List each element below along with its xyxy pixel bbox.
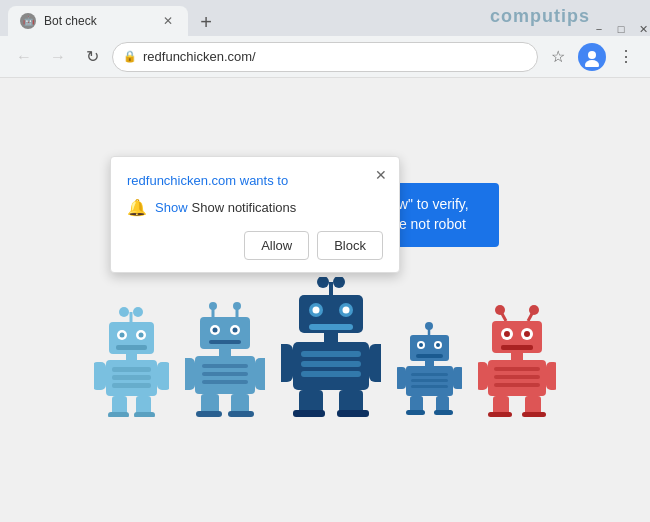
svg-rect-20 xyxy=(134,412,155,417)
svg-rect-79 xyxy=(406,410,425,415)
svg-point-86 xyxy=(529,305,539,315)
svg-rect-80 xyxy=(434,410,453,415)
menu-button[interactable]: ⋮ xyxy=(612,43,640,71)
svg-point-70 xyxy=(436,343,440,347)
svg-rect-15 xyxy=(112,375,151,380)
svg-rect-22 xyxy=(157,362,169,390)
svg-rect-27 xyxy=(200,317,250,349)
minimize-button[interactable]: − xyxy=(592,22,606,36)
svg-rect-97 xyxy=(494,383,540,387)
svg-rect-55 xyxy=(301,351,361,357)
svg-point-90 xyxy=(504,331,510,337)
robot-3 xyxy=(281,277,381,417)
window-controls: − □ ✕ xyxy=(592,22,650,36)
browser-window: 🤖 Bot check ✕ + computips − □ ✕ ← → ↻ 🔒 … xyxy=(0,0,650,522)
popup-site: redfunchicken.com xyxy=(127,173,236,188)
svg-point-26 xyxy=(233,302,241,310)
chrome-toolbar: ← → ↻ 🔒 redfunchicken.com/ ☆ ⋮ xyxy=(0,36,650,78)
forward-button[interactable]: → xyxy=(44,43,72,71)
svg-rect-37 xyxy=(202,380,248,384)
svg-rect-53 xyxy=(324,333,338,342)
svg-point-45 xyxy=(317,277,329,288)
svg-rect-72 xyxy=(425,361,434,366)
svg-rect-19 xyxy=(108,412,129,417)
svg-rect-60 xyxy=(293,410,325,417)
svg-point-69 xyxy=(419,343,423,347)
tab-favicon: 🤖 xyxy=(20,13,36,29)
active-tab[interactable]: 🤖 Bot check ✕ xyxy=(8,6,188,36)
svg-rect-63 xyxy=(369,344,381,382)
svg-rect-21 xyxy=(94,362,106,390)
svg-rect-100 xyxy=(488,412,512,417)
svg-rect-61 xyxy=(337,410,369,417)
svg-point-91 xyxy=(524,331,530,337)
svg-point-25 xyxy=(209,302,217,310)
robots-illustration xyxy=(94,277,556,417)
svg-rect-56 xyxy=(301,361,361,367)
maximize-button[interactable]: □ xyxy=(614,22,628,36)
popup-wants: wants to xyxy=(236,173,288,188)
svg-rect-95 xyxy=(494,367,540,371)
svg-rect-93 xyxy=(511,353,523,360)
bookmark-button[interactable]: ☆ xyxy=(544,43,572,71)
svg-point-9 xyxy=(120,332,125,337)
brand-text: computips xyxy=(490,6,590,27)
notification-popup: ✕ redfunchicken.com wants to 🔔 Show Show… xyxy=(110,156,400,273)
svg-point-1 xyxy=(588,51,596,59)
svg-point-30 xyxy=(213,327,218,332)
svg-rect-41 xyxy=(228,411,254,417)
svg-rect-36 xyxy=(202,372,248,376)
close-button[interactable]: ✕ xyxy=(636,22,650,36)
svg-point-51 xyxy=(343,306,350,313)
svg-rect-92 xyxy=(501,345,533,350)
svg-point-46 xyxy=(333,277,345,288)
popup-notifications-label: Show notifications xyxy=(192,200,297,215)
svg-rect-32 xyxy=(209,340,241,344)
svg-point-10 xyxy=(139,332,144,337)
robot-2 xyxy=(185,302,265,417)
page-content: ✕ redfunchicken.com wants to 🔔 Show Show… xyxy=(0,78,650,522)
svg-point-65 xyxy=(425,322,433,330)
url-text: redfunchicken.com/ xyxy=(143,49,527,64)
new-tab-button[interactable]: + xyxy=(192,8,220,36)
address-bar[interactable]: 🔒 redfunchicken.com/ xyxy=(112,42,538,72)
svg-point-50 xyxy=(313,306,320,313)
svg-point-4 xyxy=(119,307,129,317)
svg-rect-43 xyxy=(255,358,265,390)
svg-rect-102 xyxy=(478,362,488,390)
popup-title: redfunchicken.com wants to xyxy=(127,173,383,188)
tab-close-button[interactable]: ✕ xyxy=(160,13,176,29)
svg-rect-35 xyxy=(202,364,248,368)
svg-rect-103 xyxy=(546,362,556,390)
reload-button[interactable]: ↻ xyxy=(78,43,106,71)
svg-rect-76 xyxy=(411,385,448,388)
block-button[interactable]: Block xyxy=(317,231,383,260)
svg-point-5 xyxy=(133,307,143,317)
svg-rect-16 xyxy=(112,383,151,388)
lock-icon: 🔒 xyxy=(123,50,137,63)
svg-rect-11 xyxy=(116,345,147,350)
tab-title: Bot check xyxy=(44,14,97,28)
svg-rect-101 xyxy=(522,412,546,417)
profile-button[interactable] xyxy=(578,43,606,71)
svg-rect-75 xyxy=(411,379,448,382)
back-button[interactable]: ← xyxy=(10,43,38,71)
robot-1 xyxy=(94,307,169,417)
svg-rect-74 xyxy=(411,373,448,376)
popup-buttons: Allow Block xyxy=(127,231,383,260)
svg-rect-62 xyxy=(281,344,293,382)
popup-show-link[interactable]: Show xyxy=(155,200,188,215)
svg-rect-71 xyxy=(416,354,443,358)
robot-5 xyxy=(478,305,556,417)
allow-button[interactable]: Allow xyxy=(244,231,309,260)
tab-bar: 🤖 Bot check ✕ + computips − □ ✕ xyxy=(0,0,650,36)
popup-close-button[interactable]: ✕ xyxy=(371,165,391,185)
popup-notification-row: 🔔 Show Show notifications xyxy=(127,198,383,217)
svg-point-31 xyxy=(233,327,238,332)
svg-point-85 xyxy=(495,305,505,315)
svg-rect-40 xyxy=(196,411,222,417)
robot-4 xyxy=(397,322,462,417)
svg-rect-12 xyxy=(126,354,137,360)
svg-rect-52 xyxy=(309,324,353,330)
svg-rect-81 xyxy=(397,367,406,389)
